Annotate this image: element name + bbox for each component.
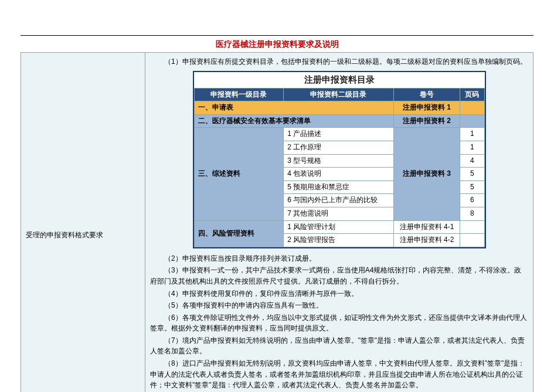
left-label-cell: 受理的申报资料格式要求 (21, 53, 145, 393)
para-1: （1）申报资料应有所提交资料目录，包括申报资料的一级和二级标题。每项二级标题对应… (150, 56, 528, 67)
document-page: 医疗器械注册申报资料要求及说明 受理的申报资料格式要求 （1）申报资料应有所提交… (0, 0, 554, 392)
dir-h2: 申报资料二级目录 (284, 88, 394, 101)
dir-r3-0-c2: 1 产品描述 (284, 128, 394, 141)
dir-h1: 申报资料一级目录 (194, 88, 284, 101)
dir-r2c3: 注册申报资料 2 (393, 114, 460, 128)
para-6: （6）各项文件除证明性文件外，均应当以中文形式提供，如证明性文件为外文形式，还应… (150, 312, 528, 334)
dir-row-2: 二、医疗器械安全有效基本要求清单 注册申报资料 2 (194, 114, 484, 128)
para-8: （8）进口产品申报资料如无特别说明，原文资料均应由申请人签章，中文资料由代理人签… (150, 358, 528, 391)
dir-r3-4-c4: 5 (460, 180, 484, 194)
directory-table-wrap: 注册申报资料目录 申报资料一级目录 申报资料二级目录 卷号 页码 一、申请表 (193, 71, 486, 248)
left-label: 受理的申报资料格式要求 (26, 231, 103, 239)
dir-r3-5-c2: 6 与国内外已上市产品的比较 (284, 194, 394, 207)
dir-r1c1: 一、申请表 (194, 101, 393, 115)
outer-table: 受理的申报资料格式要求 （1）申报资料应有所提交资料目录，包括申报资料的一级和二… (21, 52, 533, 392)
dir-r3-3-c4: 5 (460, 168, 484, 181)
horizontal-rule (21, 35, 533, 36)
dir-r3-1-c2: 2 工作原理 (284, 141, 394, 154)
dir-r3-2-c2: 3 型号规格 (284, 154, 394, 168)
dir-row-4-0: 四、风险管理资料 1 风险管理计划 注册申报资料 4-1 (194, 220, 484, 234)
dir-r3-6-c4: 8 (460, 207, 484, 220)
para-2: （2）申报资料应当按目录顺序排列并装订成册。 (150, 253, 528, 264)
dir-r3c1: 三、综述资料 (194, 128, 284, 220)
dir-r3-0-c4: 1 (460, 128, 484, 141)
page-title: 医疗器械注册申报资料要求及说明 (21, 39, 533, 50)
dir-r2c1: 二、医疗器械安全有效基本要求清单 (194, 114, 393, 128)
directory-table: 申报资料一级目录 申报资料二级目录 卷号 页码 一、申请表 注册申报资料 1 二… (194, 88, 485, 247)
dir-r4-0-c4 (460, 220, 484, 234)
dir-r4-0-c2: 1 风险管理计划 (284, 220, 394, 234)
dir-r1c4 (460, 101, 484, 115)
directory-caption: 注册申报资料目录 (194, 72, 485, 88)
dir-r4-0-c3: 注册申报资料 4-1 (393, 220, 460, 234)
right-content-cell: （1）申报资料应有所提交资料目录，包括申报资料的一级和二级标题。每项二级标题对应… (145, 53, 533, 393)
dir-r3-4-c2: 5 预期用途和禁忌症 (284, 180, 394, 194)
dir-r2c4 (460, 114, 484, 128)
dir-header-row: 申报资料一级目录 申报资料二级目录 卷号 页码 (194, 88, 484, 101)
dir-r3-3-c2: 4 包装说明 (284, 168, 394, 181)
dir-r3-2-c4: 4 (460, 154, 484, 168)
para-5: （5）各项申报资料中的申请内容应当具有一致性。 (150, 300, 528, 311)
dir-r1c3: 注册申报资料 1 (393, 101, 460, 115)
dir-row-1: 一、申请表 注册申报资料 1 (194, 101, 484, 115)
dir-r3-5-c4: 6 (460, 194, 484, 207)
dir-r3-1-c4: 1 (460, 141, 484, 154)
dir-h3: 卷号 (393, 88, 460, 101)
dir-r4-1-c2: 2 风险管理报告 (284, 234, 394, 247)
dir-h4: 页码 (460, 88, 484, 101)
dir-r4c1: 四、风险管理资料 (194, 220, 284, 247)
dir-r4-1-c3: 注册申报资料 4-2 (393, 234, 460, 247)
dir-r4-1-c4 (460, 234, 484, 247)
para-4: （4）申报资料使用复印件的，复印件应当清晰并与原件一致。 (150, 288, 528, 299)
dir-r3-6-c2: 7 其他需说明 (284, 207, 394, 220)
para-7: （7）境内产品申报资料如无特殊说明的，应当由申请人签章。"签章"是指：申请人盖公… (150, 335, 528, 357)
dir-row-3-0: 三、综述资料 1 产品描述 注册申报资料 3 1 (194, 128, 484, 141)
para-3: （3）申报资料一式一份，其中产品技术要求一式两份，应当使用A4规格纸张打印，内容… (150, 265, 528, 287)
dir-r3c3: 注册申报资料 3 (393, 128, 460, 220)
